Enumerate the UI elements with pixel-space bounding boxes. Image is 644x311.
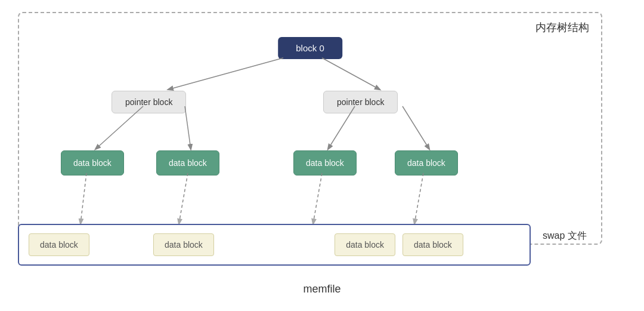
memory-region-label: 内存树结构 [535,20,589,35]
memory-region: 内存树结构 block 0 pointer block pointer bloc… [18,12,602,245]
data-block-mem-4: data block [395,150,458,175]
pointer-block-right: pointer block [323,91,398,113]
data-block-swap-3: data block [335,233,395,256]
block0-node: block 0 [278,37,342,59]
data-block-mem-1: data block [61,150,124,175]
pointer-block-left: pointer block [112,91,186,113]
data-block-mem-3: data block [293,150,357,175]
data-block-mem-2: data block [156,150,219,175]
memfile-label: memfile [303,283,340,295]
swap-label: swap 文件 [543,230,587,242]
diagram-container: 内存树结构 block 0 pointer block pointer bloc… [18,12,626,298]
data-block-swap-2: data block [153,233,214,256]
data-block-swap-1: data block [29,233,89,256]
swap-region: data block data block data block data bl… [18,224,531,266]
data-block-swap-4: data block [402,233,463,256]
